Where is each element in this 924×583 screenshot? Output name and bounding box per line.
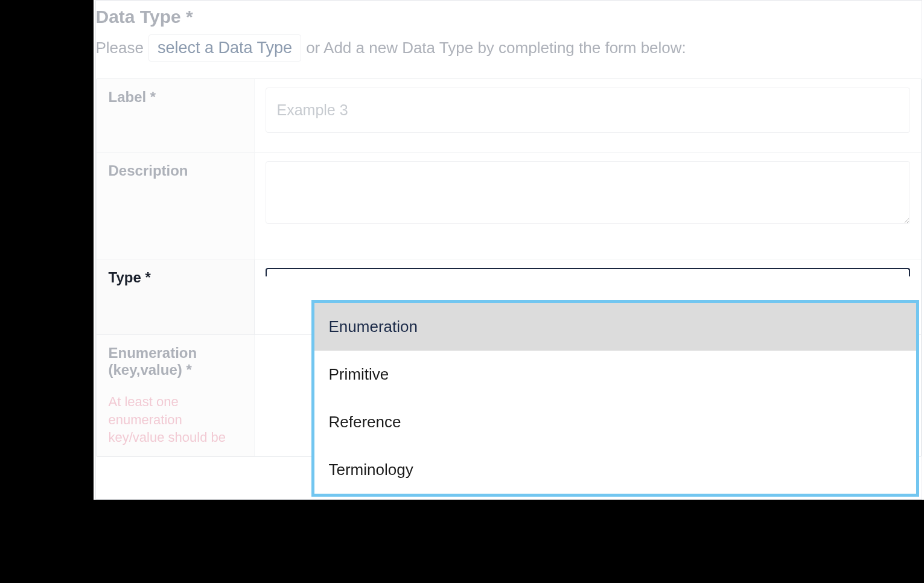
dropdown-option-primitive[interactable]: Primitive — [314, 351, 916, 398]
label-input[interactable] — [266, 88, 910, 133]
description-label-text: Description — [109, 162, 242, 179]
label-text: Label * — [109, 89, 242, 106]
type-select-box[interactable] — [266, 268, 910, 276]
label-cell-enumeration: Enumeration (key,value) * At least one e… — [97, 335, 255, 456]
dropdown-option-reference[interactable]: Reference — [314, 398, 916, 446]
intro-line: Please select a Data Type or Add a new D… — [96, 34, 922, 62]
row-description: Description — [97, 153, 921, 260]
section-title: Data Type * — [96, 5, 922, 27]
input-cell-label — [255, 79, 921, 152]
type-dropdown[interactable]: Enumeration Primitive Reference Terminol… — [311, 300, 919, 497]
input-cell-description — [255, 153, 921, 259]
type-select[interactable] — [266, 268, 910, 276]
enumeration-label-text: Enumeration (key,value) * — [109, 345, 242, 378]
label-cell-type: Type * — [97, 260, 255, 334]
description-textarea[interactable] — [266, 161, 910, 224]
intro-please: Please — [96, 39, 144, 57]
row-label: Label * — [97, 79, 921, 153]
type-dropdown-list: Enumeration Primitive Reference Terminol… — [314, 303, 916, 494]
type-label-text: Type * — [109, 269, 242, 286]
select-data-type-button[interactable]: select a Data Type — [148, 34, 301, 62]
intro-after: or Add a new Data Type by completing the… — [306, 39, 686, 57]
label-cell-label: Label * — [97, 79, 255, 152]
enumeration-hint: At least one enumeration key/value shoul… — [109, 393, 242, 447]
label-cell-description: Description — [97, 153, 255, 259]
dropdown-option-enumeration[interactable]: Enumeration — [314, 303, 916, 351]
dropdown-option-terminology[interactable]: Terminology — [314, 446, 916, 494]
section-header: Data Type * Please select a Data Type or… — [96, 5, 922, 62]
